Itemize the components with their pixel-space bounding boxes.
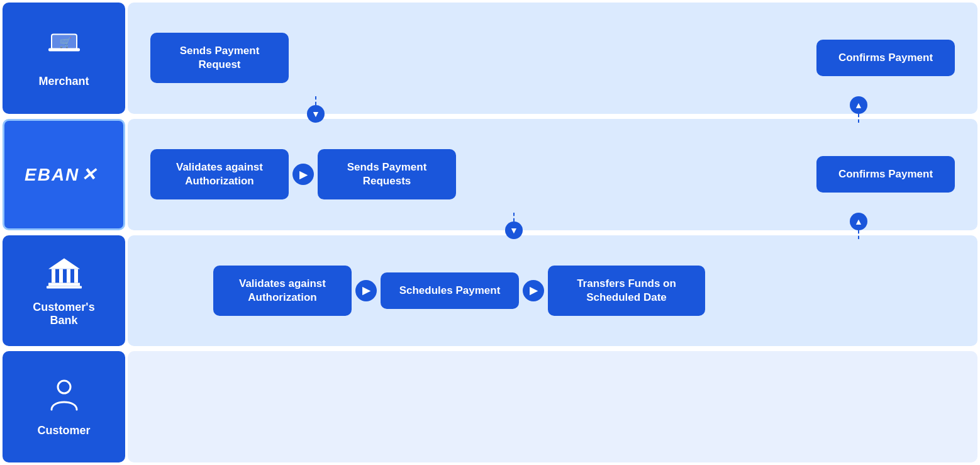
arrow-down-2: ▼ [505,213,523,239]
diagram: 🛒 Merchant Sends PaymentRequest Confirms… [0,0,980,465]
confirms-payment-merchant-box: Confirms Payment [816,40,955,76]
ebanx-logo-icon: EBAN ✕ [23,162,105,187]
svg-rect-7 [59,269,63,283]
merchant-label: Merchant [38,75,89,88]
ebanx-lane: Validates againstAuthorization ▶ Sends P… [128,119,977,230]
schedules-payment-box: Schedules Payment [381,272,519,309]
sends-payment-request-box: Sends PaymentRequest [150,33,289,83]
confirms-payment-ebanx-box: Confirms Payment [816,156,955,193]
svg-text:✕: ✕ [81,165,97,184]
svg-rect-9 [74,269,78,283]
arrow-down-1: ▼ [307,96,325,123]
svg-marker-5 [48,259,80,269]
bank-label: Customer'sBank [33,301,94,327]
svg-rect-10 [48,283,80,286]
arrow-validates-to-schedules: ▶ [355,280,377,301]
customer-icon [45,377,83,418]
actor-customer: Customer [3,351,125,462]
transfers-funds-box: Transfers Funds onScheduled Date [548,266,705,316]
arrow-schedules-to-transfers: ▶ [523,280,544,301]
merchant-row: 🛒 Merchant Sends PaymentRequest Confirms… [0,0,980,116]
sends-payment-requests-box: Sends PaymentRequests [318,149,456,199]
customer-row: Customer [0,349,980,465]
bank-lane: Validates againstAuthorization ▶ Schedul… [128,235,977,347]
customer-label: Customer [37,424,90,437]
actor-bank: Customer'sBank [3,235,125,347]
arrow-validates-to-sends: ▶ [292,164,314,185]
actor-merchant: 🛒 Merchant [3,3,125,114]
svg-rect-6 [52,269,55,283]
validates-bank-box: Validates againstAuthorization [213,266,352,316]
actor-ebanx: EBAN ✕ [3,119,125,230]
merchant-lane: Sends PaymentRequest Confirms Payment ▼ … [128,3,977,114]
merchant-lane-content: Sends PaymentRequest Confirms Payment [138,9,967,108]
svg-rect-11 [47,286,82,289]
svg-text:🛒: 🛒 [59,36,72,48]
arrow-up-confirm-merchant: ▲ [850,96,867,123]
svg-point-12 [58,381,70,393]
svg-text:EBAN: EBAN [25,165,79,184]
merchant-icon: 🛒 [45,28,83,69]
customer-lane [128,351,977,462]
ebanx-lane-content: Validates againstAuthorization ▶ Sends P… [138,125,967,224]
arrow-up-confirm-ebanx: ▲ [850,213,867,239]
bank-row: Customer'sBank Validates againstAuthoriz… [0,233,980,349]
bank-lane-content: Validates againstAuthorization ▶ Schedul… [138,242,967,340]
validates-ebanx-box: Validates againstAuthorization [150,149,289,199]
svg-rect-8 [67,269,70,283]
bank-icon [45,254,83,294]
ebanx-row: EBAN ✕ Validates againstAuthorization ▶ [0,116,980,233]
